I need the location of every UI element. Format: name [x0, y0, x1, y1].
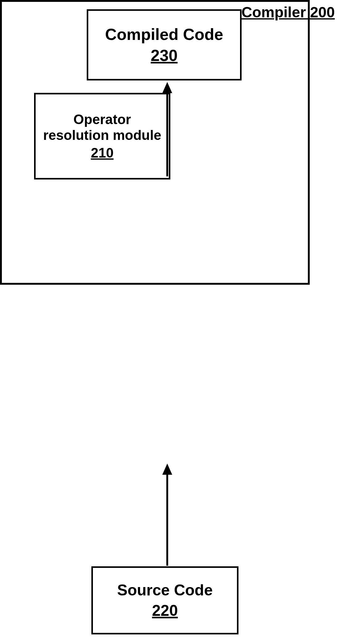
compiled-code-title: Compiled Code — [105, 25, 223, 44]
compiler-label: Compiler 200 — [242, 4, 335, 21]
operator-module-number: 210 — [91, 145, 113, 161]
compiled-code-box: Compiled Code 230 — [87, 9, 242, 80]
operator-resolution-module-box: Operator resolution module 210 — [34, 93, 170, 179]
compiled-code-number: 230 — [151, 46, 178, 65]
source-code-box: Source Code 220 — [91, 566, 238, 634]
source-code-number: 220 — [152, 602, 178, 620]
operator-module-line1: Operator — [73, 112, 131, 128]
arrow-line — [166, 471, 168, 566]
compiler-diagram: Compiled Code 230 Compiler 200 Operator … — [0, 0, 341, 644]
source-code-title: Source Code — [117, 581, 212, 599]
operator-module-line2: resolution module — [43, 128, 161, 143]
